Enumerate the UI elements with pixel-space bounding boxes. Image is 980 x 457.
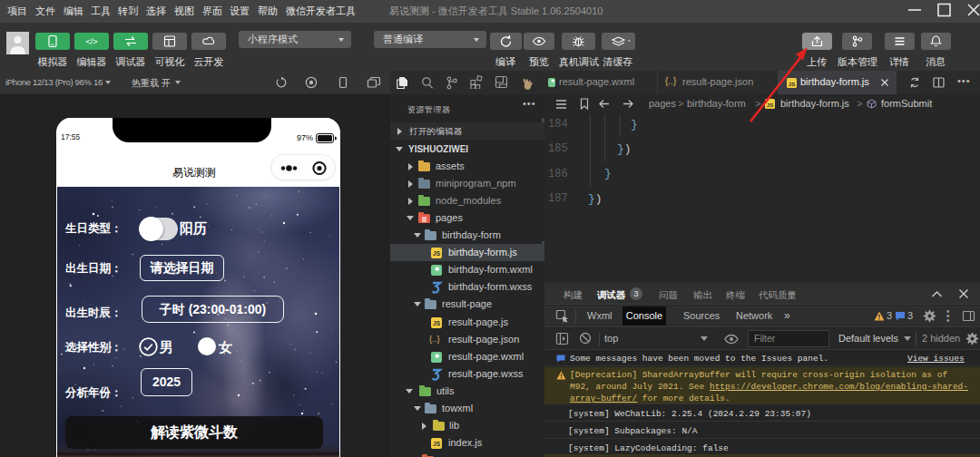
svg-text:</>: </> <box>85 37 97 46</box>
svg-text:JS: JS <box>433 250 441 257</box>
svg-text:JS: JS <box>433 441 441 447</box>
svg-text:JS: JS <box>789 82 795 87</box>
svg-text:JS: JS <box>433 320 441 326</box>
svg-text:JS: JS <box>767 102 773 108</box>
